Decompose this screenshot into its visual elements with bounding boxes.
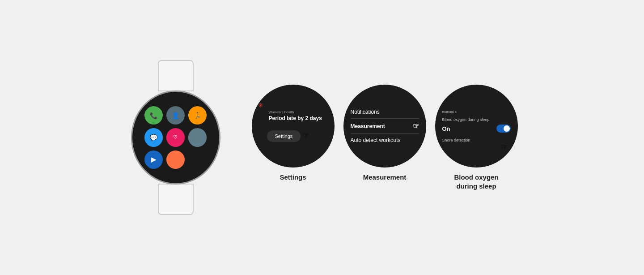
app-fitness-icon: 🏃 (188, 106, 207, 125)
measurement-cursor-icon: ☞ (413, 122, 419, 130)
auto-detect-menu-item: Auto detect workouts (351, 135, 419, 146)
app-phone-icon: 📞 (144, 106, 163, 125)
blood-oxygen-toggle[interactable] (496, 125, 511, 133)
app-icon-2 (166, 150, 185, 169)
settings-label: Settings (280, 173, 306, 182)
app-health-icon: ♡ (166, 128, 185, 146)
womens-health-icon: ✳ (258, 102, 263, 109)
watch-body: 📞 👤 🏃 💬 ♡ ▶ (131, 90, 220, 185)
watch-screen: 📞 👤 🏃 💬 ♡ ▶ (136, 97, 216, 178)
blood-oxygen-label: Blood oxygen during sleep (442, 117, 490, 122)
oxygen-screen-group: manual c Blood oxygen during sleep On Sn… (435, 85, 518, 190)
oxygen-cursor-icon: ☞ (501, 142, 508, 152)
menu-divider-1 (351, 118, 419, 119)
settings-screen-group: ✳ Women's health Period late by 2 days S… (252, 85, 335, 182)
snore-detection-label: Snore detection (442, 138, 470, 142)
settings-button[interactable]: Settings (267, 130, 301, 142)
cursor-hand-icon: ☞ (302, 130, 309, 140)
oxygen-label: Blood oxygen during sleep (454, 173, 498, 190)
watch-crown (219, 131, 220, 144)
app-play-icon: ▶ (144, 150, 163, 169)
on-text: On (442, 125, 450, 132)
measurement-menu-item: Measurement ☞ (351, 120, 419, 133)
measurement-screen-group: Notifications Measurement ☞ Auto detect … (343, 85, 426, 182)
menu-divider-2 (351, 133, 419, 134)
measurement-label: Measurement (363, 173, 407, 182)
main-container: 📞 👤 🏃 💬 ♡ ▶ ✳ Women's health (100, 51, 545, 224)
app-icon-1 (188, 128, 207, 146)
watch-band-bottom (158, 184, 194, 215)
manual-text: manual c (442, 110, 457, 114)
measurement-screen-circle: Notifications Measurement ☞ Auto detect … (343, 85, 426, 168)
notifications-menu-item: Notifications (351, 107, 419, 117)
screens-container: ✳ Women's health Period late by 2 days S… (252, 85, 518, 190)
toggle-thumb (504, 125, 510, 132)
womens-health-label: Women's health (269, 110, 322, 114)
watch-band-top (158, 60, 194, 91)
period-text: Period late by 2 days (269, 115, 322, 122)
oxygen-screen-circle: manual c Blood oxygen during sleep On Sn… (435, 85, 518, 168)
app-contacts-icon: 👤 (166, 106, 185, 125)
settings-screen-circle: ✳ Women's health Period late by 2 days S… (252, 85, 335, 168)
app-messages-icon: 💬 (144, 128, 163, 146)
watch-illustration: 📞 👤 🏃 💬 ♡ ▶ (127, 60, 225, 215)
on-toggle-row: On (442, 125, 511, 133)
